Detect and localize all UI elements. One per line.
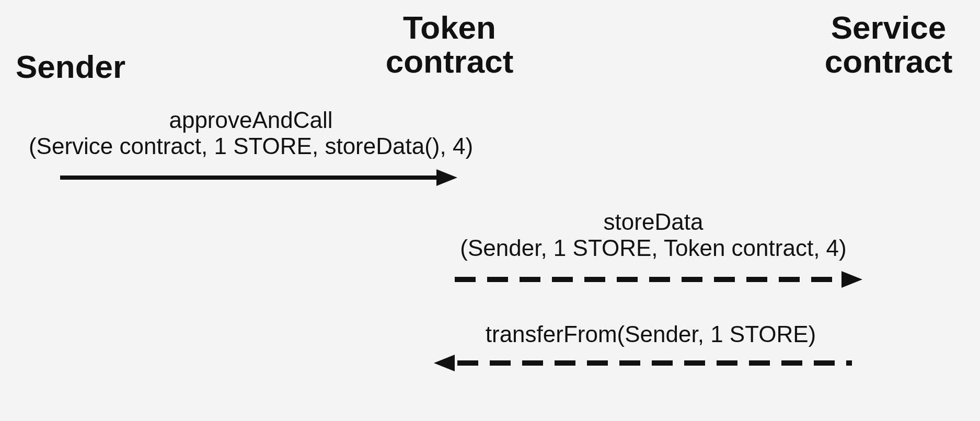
svg-marker-3 <box>841 271 862 288</box>
arrow-approveandcall <box>60 167 457 188</box>
msg1-line2: (Service contract, 1 STORE, storeData(),… <box>0 133 502 159</box>
svg-marker-1 <box>436 169 457 186</box>
svg-marker-4 <box>434 355 455 371</box>
actor-service-line1: Service <box>815 10 962 44</box>
actor-token: Token contract <box>376 10 523 78</box>
arrow-transferfrom <box>434 353 852 373</box>
msg3-text: transferFrom(Sender, 1 STORE) <box>486 321 816 347</box>
actor-service-line2: contract <box>815 44 962 78</box>
arrow-storedata <box>455 269 862 290</box>
msg-approveandcall: approveAndCall (Service contract, 1 STOR… <box>0 107 502 159</box>
msg1-line1: approveAndCall <box>0 107 502 133</box>
actor-token-line1: Token <box>376 10 523 44</box>
msg-transferfrom: transferFrom(Sender, 1 STORE) <box>376 321 925 347</box>
msg-storedata: storeData (Sender, 1 STORE, Token contra… <box>366 209 941 261</box>
msg2-line1: storeData <box>366 209 941 235</box>
msg2-line2: (Sender, 1 STORE, Token contract, 4) <box>366 235 941 261</box>
actor-token-line2: contract <box>376 44 523 78</box>
actor-sender: Sender <box>16 50 125 84</box>
actor-service: Service contract <box>815 10 962 78</box>
